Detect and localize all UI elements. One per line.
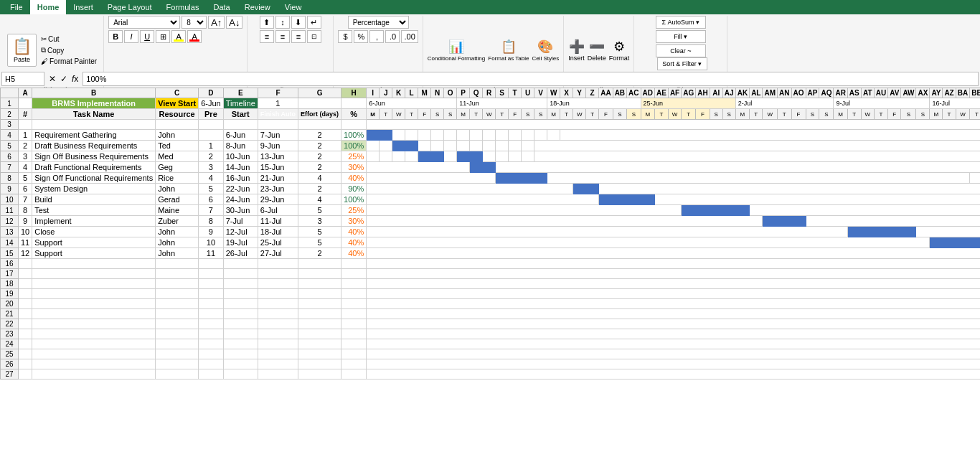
number-format-select[interactable]: Percentage xyxy=(348,16,409,29)
tab-review[interactable]: Review xyxy=(237,0,278,14)
cell-c7[interactable]: Geg xyxy=(156,162,199,173)
cell-g15[interactable]: 2 xyxy=(298,248,341,259)
cell-e1[interactable]: Timeline xyxy=(223,98,258,109)
col-header-a[interactable]: A xyxy=(19,88,32,98)
cell-c10[interactable]: Gerad xyxy=(156,194,199,205)
cell-h7[interactable]: 30% xyxy=(341,162,367,173)
cell-f1[interactable]: 1 xyxy=(258,98,298,109)
col-header-q[interactable]: Q xyxy=(470,88,483,98)
cell-f12[interactable]: 11-Jul xyxy=(258,216,298,227)
merge-center-btn[interactable]: ⊡ xyxy=(307,30,321,43)
col-header-k[interactable]: K xyxy=(392,88,405,98)
cell-b10[interactable]: Build xyxy=(32,194,156,205)
col-header-w[interactable]: W xyxy=(547,88,560,98)
col-header-am[interactable]: AM xyxy=(763,88,778,98)
col-header-e[interactable]: E xyxy=(223,88,258,98)
cell-c13[interactable]: John xyxy=(156,227,199,237)
col-header-z[interactable]: Z xyxy=(586,88,599,98)
cell-c9[interactable]: John xyxy=(156,184,199,194)
col-header-ar[interactable]: AR xyxy=(834,88,847,98)
cell-g7[interactable]: 2 xyxy=(298,162,341,173)
format-as-table-btn[interactable]: 📋 Format as Table xyxy=(488,39,529,62)
cell-g14[interactable]: 5 xyxy=(298,237,341,248)
cell-e7[interactable]: 14-Jun xyxy=(223,162,258,173)
align-bottom-btn[interactable]: ⬇ xyxy=(291,16,306,29)
cell-f6[interactable]: 13-Jun xyxy=(258,151,298,162)
cell-f8[interactable]: 21-Jun xyxy=(258,173,298,184)
cell-c8[interactable]: Rice xyxy=(156,173,199,184)
col-header-f[interactable]: F xyxy=(258,88,298,98)
underline-button[interactable]: U xyxy=(140,30,154,43)
col-header-an[interactable]: AN xyxy=(778,88,791,98)
cell-d15[interactable]: 11 xyxy=(199,248,224,259)
format-painter-button[interactable]: 🖌 Format Painter xyxy=(39,57,99,66)
format-btn-cells[interactable]: ⚙ Format xyxy=(609,39,630,62)
cell-d1[interactable]: 6-Jun xyxy=(199,98,224,109)
cell-g3[interactable] xyxy=(298,120,341,130)
col-header-bb[interactable]: BB xyxy=(970,88,980,98)
col-header-ba[interactable]: BA xyxy=(956,88,969,98)
cell-reference-input[interactable] xyxy=(1,72,44,86)
cell-f3[interactable] xyxy=(258,120,298,130)
cell-h9[interactable]: 90% xyxy=(341,184,367,194)
cell-d10[interactable]: 6 xyxy=(199,194,224,205)
col-header-l[interactable]: L xyxy=(405,88,418,98)
cell-h11[interactable]: 25% xyxy=(341,205,367,216)
cell-h6[interactable]: 25% xyxy=(341,151,367,162)
clear-btn[interactable]: Clear ~ xyxy=(656,44,706,57)
col-header-at[interactable]: AT xyxy=(861,88,874,98)
col-header-g[interactable]: G xyxy=(298,88,341,98)
cell-h5[interactable]: 100% xyxy=(341,141,367,151)
col-header-af[interactable]: AF xyxy=(668,88,681,98)
cell-a8[interactable]: 5 xyxy=(19,173,32,184)
fill-btn[interactable]: Fill ▾ xyxy=(656,30,706,43)
cell-f14[interactable]: 25-Jul xyxy=(258,237,298,248)
cell-h10[interactable]: 100% xyxy=(341,194,367,205)
sort-filter-btn[interactable]: Sort & Filter ▾ xyxy=(657,57,707,70)
cell-a5[interactable]: 2 xyxy=(19,141,32,151)
col-header-o[interactable]: O xyxy=(444,88,457,98)
col-header-r[interactable]: R xyxy=(483,88,496,98)
cell-g12[interactable]: 3 xyxy=(298,216,341,227)
cell-h1[interactable] xyxy=(341,98,367,109)
cell-e5[interactable]: 8-Jun xyxy=(223,141,258,151)
cell-d2[interactable]: Pre xyxy=(199,109,224,120)
cell-c1[interactable]: View Start xyxy=(156,98,199,109)
cell-b3[interactable] xyxy=(32,120,156,130)
cut-button[interactable]: ✂ ✂ Cut Cut xyxy=(39,34,99,44)
cell-h3[interactable] xyxy=(341,120,367,130)
col-header-b[interactable]: B xyxy=(32,88,156,98)
col-header-aw[interactable]: AW xyxy=(901,88,916,98)
comma-btn[interactable]: , xyxy=(369,30,384,43)
cell-g10[interactable]: 4 xyxy=(298,194,341,205)
cell-c11[interactable]: Maine xyxy=(156,205,199,216)
cancel-formula-btn[interactable]: ✕ xyxy=(47,74,57,84)
col-header-ap[interactable]: AP xyxy=(806,88,819,98)
autosum-btn[interactable]: Σ AutoSum ▾ xyxy=(656,16,706,29)
cell-g6[interactable]: 2 xyxy=(298,151,341,162)
cell-f2[interactable]: Finish Auto xyxy=(258,109,298,120)
cell-f15[interactable]: 27-Jul xyxy=(258,248,298,259)
col-header-ad[interactable]: AD xyxy=(641,88,654,98)
col-header-ah[interactable]: AH xyxy=(696,88,710,98)
cell-h8[interactable]: 40% xyxy=(341,173,367,184)
align-middle-btn[interactable]: ↕ xyxy=(275,16,290,29)
col-header-aa[interactable]: AA xyxy=(599,88,613,98)
font-color-button[interactable]: A xyxy=(187,30,202,43)
align-center-btn[interactable]: ≡ xyxy=(275,30,290,43)
cell-f10[interactable]: 29-Jun xyxy=(258,194,298,205)
col-header-ab[interactable]: AB xyxy=(613,88,626,98)
cell-a1[interactable] xyxy=(19,98,32,109)
wrap-text-btn[interactable]: ↵ xyxy=(307,16,321,29)
tab-insert[interactable]: Insert xyxy=(66,0,100,14)
tab-home[interactable]: Home xyxy=(30,0,67,14)
col-header-ai[interactable]: AI xyxy=(710,88,722,98)
italic-button[interactable]: I xyxy=(124,30,138,43)
tab-data[interactable]: Data xyxy=(206,0,237,14)
cell-h2[interactable]: % xyxy=(341,109,367,120)
cell-a9[interactable]: 6 xyxy=(19,184,32,194)
cell-g1[interactable] xyxy=(298,98,341,109)
col-header-aq[interactable]: AQ xyxy=(819,88,834,98)
col-header-u[interactable]: U xyxy=(522,88,534,98)
cell-b15[interactable]: Support xyxy=(32,248,156,259)
